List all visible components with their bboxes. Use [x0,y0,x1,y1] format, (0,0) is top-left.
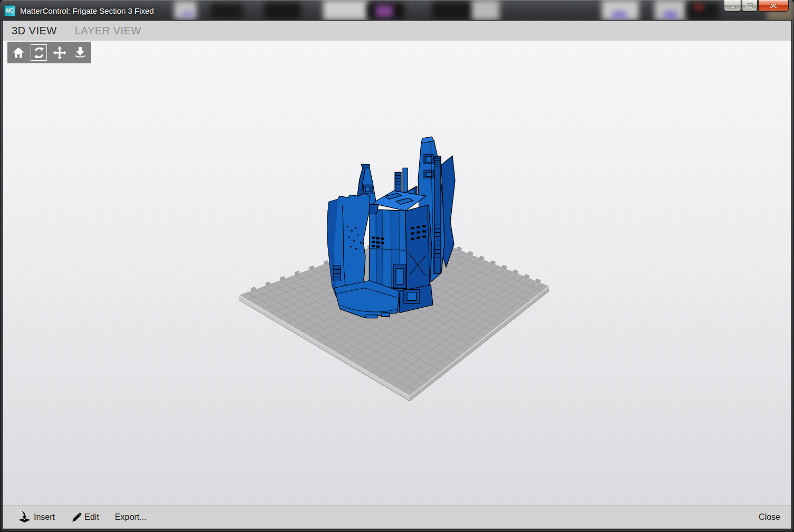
rotate-view-button[interactable] [29,43,49,62]
tab-3d-view[interactable]: 3D VIEW [12,25,57,37]
insert-button[interactable]: Insert [18,511,55,524]
home-icon [12,46,25,59]
edit-button[interactable]: Edit [71,511,99,523]
tab-layer-view[interactable]: LAYER VIEW [75,25,141,37]
window-controls [723,0,789,12]
close-icon [770,3,777,9]
minimize-button[interactable] [724,0,741,12]
close-view-button[interactable]: Close [759,512,780,522]
3d-canvas[interactable] [3,41,791,505]
export-button[interactable]: Export... [115,512,147,522]
edit-label: Edit [84,512,99,522]
insert-label: Insert [34,512,55,522]
move-arrows-icon [53,46,67,60]
edit-pencil-icon [71,511,82,523]
minimize-icon [730,3,736,9]
close-label: Close [759,512,780,522]
bottom-action-bar: Insert Edit Export... Close [3,505,791,528]
title-bar[interactable]: MC MatterControl: Frigate Section 3 Fixe… [0,0,794,21]
maximize-icon [746,3,753,9]
view-tools-toolbar [7,42,91,63]
home-view-button[interactable] [8,43,28,62]
export-label: Export... [115,512,147,522]
insert-arrow-icon [18,511,32,524]
mattercontrol-logo-icon: MC [4,5,15,16]
view-tab-bar: 3D VIEW LAYER VIEW [3,21,791,41]
maximize-button[interactable] [742,0,758,12]
close-window-button[interactable] [758,0,789,12]
drop-to-bed-button[interactable] [70,43,90,62]
drop-arrow-icon [73,46,87,60]
rotate-icon [33,46,45,59]
window-title: MatterControl: Frigate Section 3 Fixed [20,6,154,15]
app-window: MC MatterControl: Frigate Section 3 Fixe… [0,0,794,532]
3d-viewport[interactable] [3,41,791,505]
window-content: 3D VIEW LAYER VIEW [3,21,791,528]
move-view-button[interactable] [50,43,69,62]
